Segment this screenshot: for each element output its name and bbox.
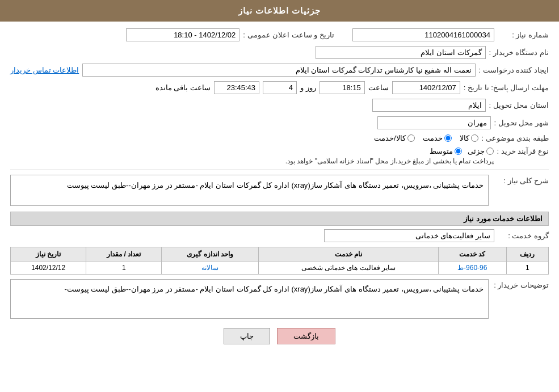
groheKhedmat-label: گروه خدمت : [498, 231, 549, 240]
farayand-note: پرداخت تمام یا بخشی از مبلغ خرید،از محل … [285, 157, 494, 165]
mohlat-saat-label: ساعت باقی مانده [155, 83, 211, 92]
tabaqe-kalakhedmat-text: کالا/خدمت [374, 134, 406, 142]
namDasgah-label: نام دستگاه خریدار : [489, 48, 549, 57]
sharh-label: شرح کلی نیاز : [492, 175, 549, 185]
tabaqe-kalakhedmat-radio[interactable] [407, 134, 415, 142]
cell-radif: 1 [506, 262, 548, 275]
farayand-motavasset-radio[interactable] [455, 147, 462, 155]
towzihKharidar-value: خدمات پشتیبانی ،سرویس، تعمیر دستگاه های … [10, 279, 489, 319]
towzihKharidar-label: توضیحات خریدار : [492, 279, 549, 289]
shomareNiaz-label: شماره نیاز : [498, 31, 549, 39]
col-name: نام خدمت [258, 247, 438, 262]
noeFarayand-label: نوع فرآیند خرید : [497, 147, 549, 155]
farayand-motavasset-text: متوسط [430, 147, 453, 155]
col-radif: ردیف [506, 247, 548, 262]
sharh-value: خدمات پشتیبانی ،سرویس، تعمیر دستگاه های … [10, 175, 489, 206]
tabaqe-label: طبقه بندی موضوعی : [482, 134, 549, 142]
table-row: 1 960-96-ط سایر فعالیت های خدماتی شخصی س… [11, 262, 549, 275]
back-button[interactable]: بازگشت [277, 328, 335, 344]
tarikh-value: 1402/12/02 - 18:10 [126, 28, 239, 41]
tabaqe-khedmat-radio[interactable] [444, 134, 452, 142]
groheKhedmat-value: سایر فعالیت‌های خدماتی [324, 229, 494, 242]
mohlat-rooz-label: روز و [300, 83, 316, 92]
tabaqe-kala-radio[interactable] [471, 134, 478, 142]
info-section-header: اطلاعات خدمات مورد نیاز [10, 212, 549, 226]
mohlat-remaining: 23:45:43 [214, 81, 259, 94]
col-tarikh: تاریخ نیاز [11, 247, 86, 262]
ijadKonande-label: ایجاد کننده درخواست : [479, 66, 549, 74]
namDasgah-value: گمرکات استان ایلام [316, 46, 486, 59]
col-kod: کد خدمت [438, 247, 506, 262]
items-table: ردیف کد خدمت نام خدمت واحد اندازه گیری ت… [10, 247, 549, 275]
cell-tarikh: 1402/12/12 [11, 262, 86, 275]
print-button[interactable]: چاپ [224, 328, 270, 344]
page-header: جزئیات اطلاعات نیاز [0, 0, 559, 22]
mohlat-time: 18:15 [320, 81, 365, 94]
ostan-value: ایلام [372, 99, 486, 112]
mohlat-date: 1402/12/07 [392, 81, 460, 94]
mohlat-label: مهلت ارسال پاسخ: تا تاریخ : [464, 83, 549, 92]
cell-kod: 960-96-ط [438, 262, 506, 275]
shomareNiaz-value: 1102004161000034 [352, 28, 494, 41]
cell-tedad: 1 [86, 262, 162, 275]
col-tedad: تعداد / مقدار [86, 247, 162, 262]
tabaqe-kala-text: کالا [460, 134, 469, 142]
cell-vahed: سالانه [162, 262, 259, 275]
shahr-label: شهر محل تحویل : [494, 119, 549, 127]
cell-name: سایر فعالیت های خدماتی شخصی [258, 262, 438, 275]
mohlat-time-label: ساعت [368, 83, 389, 92]
shahr-value: مهران [377, 116, 491, 129]
ostan-label: استان محل تحویل : [489, 101, 549, 109]
farayand-jozei-radio[interactable] [486, 147, 494, 155]
tarikh-label: تاریخ و ساعت اعلان عمومی : [243, 31, 334, 39]
tabaqe-khedmat-text: خدمت [423, 134, 443, 142]
col-vahed: واحد اندازه گیری [162, 247, 259, 262]
farayand-jozei-text: جزئی [468, 147, 485, 155]
itemas-link[interactable]: اطلاعات تماس خریدار [10, 66, 79, 74]
ijadKonande-value: نعمت اله شفیع نیا کارشناس تدارکات گمرکات… [82, 64, 475, 77]
mohlat-rooz-value: 4 [263, 81, 297, 94]
